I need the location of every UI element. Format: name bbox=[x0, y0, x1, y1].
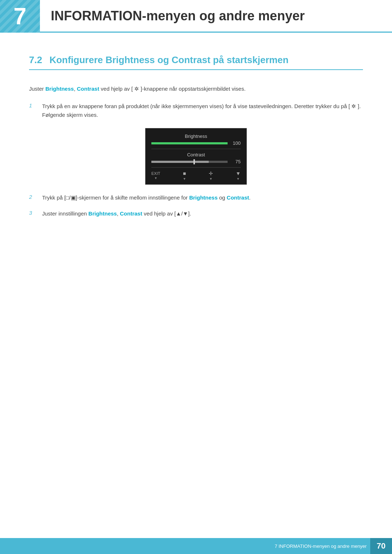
osd-contrast-row: Contrast 75 bbox=[151, 152, 241, 164]
osd-brightness-row: Brightness 100 bbox=[151, 134, 241, 146]
step-3-bold1: Brightness bbox=[89, 210, 117, 217]
osd-container: Brightness 100 Contrast bbox=[29, 128, 363, 185]
chapter-title-block: INFORMATION-menyen og andre menyer bbox=[40, 0, 392, 33]
osd-exit-arrow: ▼ bbox=[154, 176, 158, 180]
osd-down-symbol: ▼ bbox=[236, 171, 241, 176]
footer-text: 7 INFORMATION-menyen og andre menyer bbox=[275, 543, 370, 549]
osd-brightness-label: Brightness bbox=[151, 134, 241, 139]
osd-exit-label: EXIT bbox=[151, 171, 160, 176]
osd-exit-btn: EXIT ▼ bbox=[151, 171, 160, 180]
step-3: 3 Juster innstillingen Brightness, Contr… bbox=[29, 209, 363, 218]
osd-contrast-label: Contrast bbox=[151, 152, 241, 157]
osd-contrast-track bbox=[151, 161, 228, 163]
step-3-text: Juster innstillingen Brightness, Contras… bbox=[42, 209, 191, 218]
osd-icon-minus: ■ ▼ bbox=[183, 171, 186, 181]
osd-brightness-fill bbox=[151, 142, 228, 144]
step-2-number: 2 bbox=[29, 194, 36, 200]
chapter-number: 7 bbox=[13, 3, 26, 30]
step-3-text-after: ved hjelp av [▲/▼]. bbox=[142, 210, 191, 217]
intro-text-after: ved hjelp av [ ✲ ]-knappene når oppstart… bbox=[99, 86, 245, 92]
osd-icon-plus: ✛ ▼ bbox=[209, 171, 213, 181]
step-2-period: . bbox=[249, 194, 250, 201]
chapter-number-block: 7 bbox=[0, 0, 40, 33]
step-2-og: og bbox=[218, 194, 227, 201]
intro-comma: , bbox=[74, 86, 77, 92]
page-footer: 7 INFORMATION-menyen og andre menyer 70 bbox=[0, 538, 392, 554]
section-title: Konfigurere Brightness og Contrast på st… bbox=[49, 54, 289, 66]
section-heading: 7.2 Konfigurere Brightness og Contrast p… bbox=[29, 54, 363, 70]
step-3-text-before: Juster innstillingen bbox=[42, 210, 89, 217]
intro-text-before: Juster bbox=[29, 86, 45, 92]
chapter-header: 7 INFORMATION-menyen og andre menyer bbox=[0, 0, 392, 33]
footer-page-number: 70 bbox=[377, 541, 385, 551]
osd-contrast-bar-row: 75 bbox=[151, 159, 241, 164]
intro-bold1: Brightness bbox=[45, 86, 74, 92]
intro-bold2: Contrast bbox=[77, 86, 99, 92]
osd-divider-2 bbox=[151, 167, 241, 168]
osd-brightness-track bbox=[151, 142, 228, 144]
osd-minus-arrow: ▼ bbox=[183, 177, 186, 181]
osd-bottom-row: EXIT ▼ ■ ▼ ✛ ▼ ▼ ▼ bbox=[151, 171, 241, 181]
intro-paragraph: Juster Brightness, Contrast ved hjelp av… bbox=[29, 85, 363, 93]
step-3-number: 3 bbox=[29, 210, 36, 216]
step-2-text: Trykk på [□/▣]-skjermen for å skifte mel… bbox=[42, 193, 250, 202]
osd-box: Brightness 100 Contrast bbox=[145, 128, 247, 185]
osd-brightness-bar-row: 100 bbox=[151, 140, 241, 146]
section-number: 7.2 bbox=[29, 54, 42, 66]
step-2-bold1: Brightness bbox=[189, 194, 217, 201]
osd-contrast-value: 75 bbox=[230, 159, 241, 164]
step-2: 2 Trykk på [□/▣]-skjermen for å skifte m… bbox=[29, 193, 363, 202]
step-2-text-before: Trykk på [ bbox=[42, 194, 66, 201]
step-1: 1 Trykk på en av knappene foran på produ… bbox=[29, 102, 363, 119]
osd-divider-1 bbox=[151, 149, 241, 149]
osd-icon-down: ▼ ▼ bbox=[236, 171, 241, 181]
step-1-number: 1 bbox=[29, 102, 36, 108]
step-1-text: Trykk på en av knappene foran på produkt… bbox=[42, 102, 363, 119]
step-2-icon: □/▣ bbox=[66, 194, 75, 201]
footer-page-box: 70 bbox=[370, 538, 392, 554]
step-3-bold2: Contrast bbox=[120, 210, 142, 217]
chapter-title: INFORMATION-menyen og andre menyer bbox=[51, 8, 305, 24]
osd-contrast-thumb bbox=[193, 159, 195, 164]
main-content: 7.2 Konfigurere Brightness og Contrast p… bbox=[0, 54, 392, 218]
osd-plus-arrow: ▼ bbox=[209, 177, 212, 181]
osd-plus-symbol: ✛ bbox=[209, 171, 213, 176]
step-2-bold2: Contrast bbox=[227, 194, 249, 201]
osd-contrast-fill bbox=[151, 161, 209, 163]
osd-brightness-value: 100 bbox=[230, 140, 241, 146]
step-2-text-after: ]-skjermen for å skifte mellom innstilli… bbox=[76, 194, 189, 201]
osd-minus-symbol: ■ bbox=[183, 171, 186, 176]
osd-down-arrow: ▼ bbox=[237, 177, 240, 181]
